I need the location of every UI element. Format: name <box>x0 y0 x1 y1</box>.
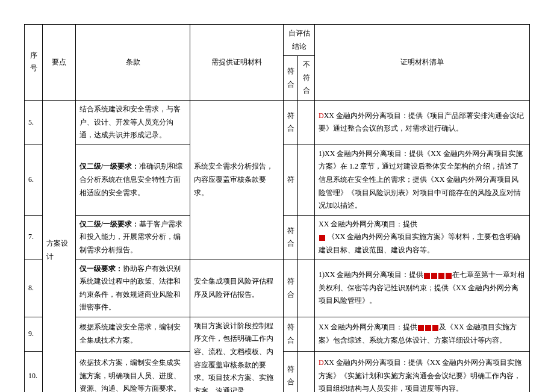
list-text-b: 《XX 金融内外网分离项目实施方案》等材料，主要包含明确建设目标、建设范围、建设… <box>319 232 520 254</box>
cell-clause: 结合系统建设和安全需求，与客户、设计、开发等人员充分沟通，达成共识并形成记录。 <box>76 100 190 145</box>
red-block-icon <box>418 325 424 331</box>
header-row-1: 序号 要点 条款 需提供证明材料 自评估结论 证明材料清单 <box>25 25 530 56</box>
header-list: 证明材料清单 <box>315 25 530 101</box>
cell-conform: 符合 <box>284 352 298 392</box>
header-clause: 条款 <box>76 25 190 101</box>
table-row: 9. 根据系统建设安全需求，编制安全集成技术方案。 项目方案设计阶段控制程序文件… <box>25 317 530 351</box>
assessment-table: 序号 要点 条款 需提供证明材料 自评估结论 证明材料清单 符合 不符合 5. … <box>24 24 530 392</box>
list-text: XX 金融内外网分离项目：提供《XX 金融内外网分离项目实施方案》《实施计划和实… <box>319 358 521 392</box>
cell-conform: 符合 <box>284 215 298 260</box>
cell-point: 方案设计 <box>43 100 76 392</box>
cell-conform: 符合 <box>284 100 298 145</box>
cell-clause: 仅二级/一级要求：准确识别和综合分析系统在信息安全特性方面相适应的安全需求。 <box>76 145 190 215</box>
cell-nonconform <box>298 100 315 145</box>
cell-num: 7. <box>25 215 43 260</box>
cell-clause: 仅二级/一级要求：基于客户需求和投入能力，开展需求分析，编制需求分析报告。 <box>76 215 190 260</box>
list-text: XX 金融内外网分离项目：提供《项目产品部署安排沟通会议纪要》通过整合会议的形式… <box>319 111 524 133</box>
list-text-a: XX 金融内外网分离项目：提供 <box>319 220 417 228</box>
red-block-icon <box>425 325 431 331</box>
cell-evidence: 系统安全需求分析报告，内容应覆盖审核条款要求。 <box>190 100 284 260</box>
list-text-a: 1)XX 金融内外网分离项目：提供 <box>319 270 423 279</box>
clause-prefix: 仅二级/一级要求： <box>79 220 139 228</box>
cell-list: DXX 金融内外网分离项目：提供《XX 金融内外网分离项目实施方案》《实施计划和… <box>315 352 530 392</box>
cell-clause: 根据系统建设安全需求，编制安全集成技术方案。 <box>76 317 190 351</box>
cell-evidence: 安全集成项目风险评估程序及风险评估报告。 <box>190 260 284 317</box>
cell-nonconform <box>298 215 315 260</box>
cell-num: 10. <box>25 352 43 392</box>
cell-num: 5. <box>25 100 43 145</box>
header-conform: 符合 <box>284 56 298 101</box>
cell-num: 6. <box>25 145 43 215</box>
red-block-icon <box>431 273 437 279</box>
cell-conform: 符合 <box>284 260 298 317</box>
cell-list: DXX 金融内外网分离项目：提供《项目产品部署安排沟通会议纪要》通过整合会议的形… <box>315 100 530 145</box>
red-block-icon <box>438 273 444 279</box>
clause-prefix: 仅一级要求： <box>79 264 123 273</box>
cell-list: 1)XX 金融内外网分离项目：提供《XX 金融内外网分离项目实施方案》在 1.2… <box>315 145 530 215</box>
header-point: 要点 <box>43 25 76 101</box>
red-block-icon <box>432 325 438 331</box>
red-block-icon <box>446 273 452 279</box>
cell-num: 9. <box>25 317 43 351</box>
red-block-icon <box>319 235 325 241</box>
header-assess-group: 自评估结论 <box>284 25 315 56</box>
list-text-a: XX 金融内外网分离项目：提供 <box>319 323 417 331</box>
table-row: 5. 方案设计 结合系统建设和安全需求，与客户、设计、开发等人员充分沟通，达成共… <box>25 100 530 145</box>
cell-clause: 依据技术方案，编制安全集成实施方案，明确项目人员、进度、资源、沟通、风险等方面要… <box>76 352 190 392</box>
red-block-icon <box>424 273 430 279</box>
cell-conform: 符合 <box>284 317 298 351</box>
cell-nonconform <box>298 317 315 351</box>
cell-clause: 仅一级要求：协助客户有效识别系统建设过程中的政策、法律和约束条件，有效规避商业风… <box>76 260 190 317</box>
cell-num: 8. <box>25 260 43 317</box>
cell-list: XX 金融内外网分离项目：提供 《XX 金融内外网分离项目实施方案》等材料，主要… <box>315 215 530 260</box>
cell-list: 1)XX 金融内外网分离项目：提供在七章至第十一章对相关权利、保密等内容记性识别… <box>315 260 530 317</box>
red-prefix: D <box>319 111 324 120</box>
header-num: 序号 <box>25 25 43 101</box>
cell-nonconform <box>298 352 315 392</box>
table-row: 8. 仅一级要求：协助客户有效识别系统建设过程中的政策、法律和约束条件，有效规避… <box>25 260 530 317</box>
cell-evidence: 项目方案设计阶段控制程序文件，包括明确工作内容、流程、文档模板、内容应覆盖审核条… <box>190 317 284 392</box>
header-evidence: 需提供证明材料 <box>190 25 284 101</box>
red-prefix: D <box>319 358 324 367</box>
cell-nonconform <box>298 145 315 215</box>
cell-nonconform <box>298 260 315 317</box>
clause-prefix: 仅二级/一级要求： <box>79 162 139 170</box>
cell-conform: 符 <box>284 145 298 215</box>
header-nonconform: 不符合 <box>298 56 315 101</box>
cell-list: XX 金融内外网分离项目：提供及《XX 金融项目实施方案》包含综述、系统方案总体… <box>315 317 530 351</box>
